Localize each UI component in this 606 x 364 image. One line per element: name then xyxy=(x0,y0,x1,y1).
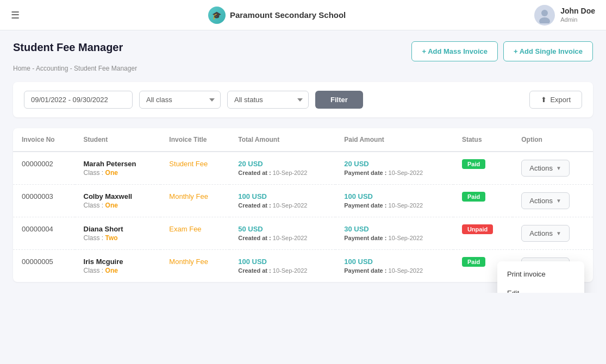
total-amount-cell: 100 USD Created at : 10-Sep-2022 xyxy=(229,250,335,283)
class-value: Two xyxy=(105,234,118,242)
status-cell: Paid xyxy=(453,152,513,185)
invoice-no-cell: 00000003 xyxy=(13,185,75,217)
avatar xyxy=(534,5,555,26)
student-cell: Iris Mcguire Class : One xyxy=(75,250,161,283)
payment-date-label: Payment date : xyxy=(344,170,386,176)
created-at-label: Created at : xyxy=(238,235,271,241)
print-invoice-label: Print invoice xyxy=(507,270,546,278)
filter-button[interactable]: Filter xyxy=(315,91,363,109)
class-value: One xyxy=(105,267,118,274)
school-branding: 🎓 Paramount Secondary School xyxy=(208,7,346,24)
page-header: Student Fee Manager + Add Mass Invoice +… xyxy=(13,41,593,61)
created-at-label: Created at : xyxy=(238,202,271,209)
invoice-title-cell: Monthly Fee xyxy=(160,250,229,283)
actions-button[interactable]: Actions ▼ xyxy=(521,192,570,209)
col-option: Option xyxy=(513,128,593,152)
invoice-no: 00000002 xyxy=(22,160,53,168)
option-cell: Actions ▼ xyxy=(513,185,593,217)
col-student: Student xyxy=(75,128,161,152)
created-at-label: Created at : xyxy=(238,170,271,176)
user-info: John Doe Admin xyxy=(560,6,595,23)
app-header: ☰ 🎓 Paramount Secondary School John Doe … xyxy=(0,0,606,30)
student-name: Marah Petersen xyxy=(84,160,152,168)
print-invoice-item[interactable]: Print invoice xyxy=(497,265,584,284)
table-row: 00000004 Diana Short Class : Two Exam Fe… xyxy=(13,217,593,250)
menu-icon[interactable]: ☰ xyxy=(11,9,20,21)
total-amount-meta: Created at : 10-Sep-2022 xyxy=(238,267,327,274)
total-amount-value: 50 USD xyxy=(238,225,327,233)
invoice-title-cell: Exam Fee xyxy=(160,217,229,250)
main-content: Student Fee Manager + Add Mass Invoice +… xyxy=(0,30,606,293)
payment-date-label: Payment date : xyxy=(344,267,386,274)
add-single-invoice-button[interactable]: + Add Single Invoice xyxy=(503,41,593,61)
edit-item[interactable]: Edit xyxy=(497,284,584,293)
status-badge: Paid xyxy=(462,159,485,169)
school-name: Paramount Secondary School xyxy=(230,10,346,20)
table-header-row: Invoice No Student Invoice Title Total A… xyxy=(13,128,593,152)
paid-amount-cell: 100 USD Payment date : 10-Sep-2022 xyxy=(335,185,453,217)
invoice-no-cell: 00000004 xyxy=(13,217,75,250)
invoice-title: Monthly Fee xyxy=(169,258,208,266)
user-profile: John Doe Admin xyxy=(534,5,595,26)
payment-date-label: Payment date : xyxy=(344,235,386,241)
student-class: Class : Two xyxy=(84,234,152,242)
page-title: Student Fee Manager xyxy=(13,41,123,54)
invoice-title-cell: Student Fee xyxy=(160,152,229,185)
student-cell: Colby Maxwell Class : One xyxy=(75,185,161,217)
invoice-no: 00000004 xyxy=(22,225,53,233)
invoice-no-cell: 00000005 xyxy=(13,250,75,283)
invoice-title-cell: Monthly Fee xyxy=(160,185,229,217)
col-status: Status xyxy=(453,128,513,152)
total-amount-meta: Created at : 10-Sep-2022 xyxy=(238,202,327,209)
col-invoice-no: Invoice No xyxy=(13,128,75,152)
invoice-table: Invoice No Student Invoice Title Total A… xyxy=(13,128,593,282)
paid-amount-value: 100 USD xyxy=(344,258,445,266)
paid-amount-value: 20 USD xyxy=(344,160,445,168)
total-amount-value: 100 USD xyxy=(238,258,327,266)
header-left: ☰ xyxy=(11,9,20,21)
invoice-no: 00000005 xyxy=(22,258,53,266)
caret-icon: ▼ xyxy=(556,198,561,204)
actions-button[interactable]: Actions ▼ xyxy=(521,160,570,177)
page-title-block: Student Fee Manager xyxy=(13,41,123,54)
invoice-table-container: Invoice No Student Invoice Title Total A… xyxy=(13,128,593,282)
date-range-input[interactable] xyxy=(24,91,133,109)
table-row: 00000003 Colby Maxwell Class : One Month… xyxy=(13,185,593,217)
total-amount-cell: 50 USD Created at : 10-Sep-2022 xyxy=(229,217,335,250)
upload-icon: ⬆ xyxy=(541,96,547,104)
status-badge: Paid xyxy=(462,257,485,267)
invoice-title: Monthly Fee xyxy=(169,192,208,200)
total-amount-meta: Created at : 10-Sep-2022 xyxy=(238,170,327,176)
student-name: Iris Mcguire xyxy=(84,258,152,266)
caret-icon: ▼ xyxy=(556,230,561,236)
invoice-no-cell: 00000002 xyxy=(13,152,75,185)
user-role: Admin xyxy=(560,16,595,23)
invoice-title: Exam Fee xyxy=(169,225,201,233)
status-filter[interactable]: All status Paid Unpaid xyxy=(227,91,309,109)
total-amount-value: 20 USD xyxy=(238,160,327,168)
add-mass-invoice-button[interactable]: + Add Mass Invoice xyxy=(411,41,498,61)
actions-button[interactable]: Actions ▼ xyxy=(521,225,570,242)
status-badge: Paid xyxy=(462,192,485,202)
invoice-title: Student Fee xyxy=(169,160,208,168)
invoice-no: 00000003 xyxy=(22,192,53,200)
header-buttons: + Add Mass Invoice + Add Single Invoice xyxy=(411,41,593,61)
export-button[interactable]: ⬆ Export xyxy=(529,91,582,109)
paid-amount-cell: 20 USD Payment date : 10-Sep-2022 xyxy=(335,152,453,185)
actions-dropdown: Print invoice Edit Delete xyxy=(497,261,584,293)
paid-amount-meta: Payment date : 10-Sep-2022 xyxy=(344,170,445,176)
total-amount-cell: 20 USD Created at : 10-Sep-2022 xyxy=(229,152,335,185)
payment-date-label: Payment date : xyxy=(344,202,386,209)
user-name: John Doe xyxy=(560,6,595,16)
student-class: Class : One xyxy=(84,202,152,209)
student-class: Class : One xyxy=(84,169,152,177)
paid-amount-value: 30 USD xyxy=(344,225,445,233)
class-value: One xyxy=(105,169,118,177)
total-amount-meta: Created at : 10-Sep-2022 xyxy=(238,235,327,241)
paid-amount-meta: Payment date : 10-Sep-2022 xyxy=(344,267,445,274)
paid-amount-cell: 100 USD Payment date : 10-Sep-2022 xyxy=(335,250,453,283)
status-badge: Unpaid xyxy=(462,224,493,234)
class-filter[interactable]: All class One Two Three xyxy=(139,91,221,109)
student-name: Diana Short xyxy=(84,225,152,233)
school-icon: 🎓 xyxy=(208,7,226,24)
